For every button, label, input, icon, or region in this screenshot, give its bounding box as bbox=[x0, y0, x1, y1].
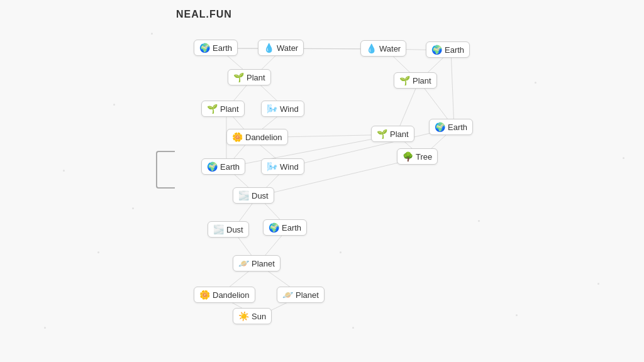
node-label-plant2: Plant bbox=[220, 104, 239, 114]
node-label-planet2: Planet bbox=[296, 290, 319, 300]
node-icon-earth1: 🌍 bbox=[199, 43, 210, 53]
node-icon-water1: 💧 bbox=[264, 43, 274, 53]
node-planet1[interactable]: 🪐Planet bbox=[233, 255, 280, 272]
node-label-dandelion1: Dandelion bbox=[245, 133, 282, 142]
node-label-plant4: Plant bbox=[390, 129, 409, 139]
node-label-earth2: Earth bbox=[220, 162, 240, 172]
bg-dot-1 bbox=[113, 104, 115, 106]
node-dandelion2[interactable]: 🌼Dandelion bbox=[194, 287, 255, 303]
node-icon-plant3: 🌱 bbox=[399, 75, 410, 85]
node-label-earth4: Earth bbox=[445, 45, 464, 55]
node-dandelion1[interactable]: 🌼Dandelion bbox=[226, 129, 288, 145]
node-label-tree1: Tree bbox=[416, 152, 432, 162]
node-icon-earth2: 🌍 bbox=[207, 162, 218, 172]
node-icon-wind1: 🌬️ bbox=[267, 104, 277, 114]
bg-dot-10 bbox=[352, 327, 354, 329]
bg-dot-9 bbox=[516, 314, 518, 316]
node-label-water2: Water bbox=[379, 44, 401, 53]
node-plant2[interactable]: 🌱Plant bbox=[201, 101, 245, 117]
node-label-wind2: Wind bbox=[280, 162, 299, 172]
node-water2[interactable]: 💧Water bbox=[360, 40, 406, 57]
node-icon-planet1: 🪐 bbox=[238, 258, 249, 268]
node-earth2[interactable]: 🌍Earth bbox=[201, 158, 245, 175]
node-wind1[interactable]: 🌬️Wind bbox=[261, 101, 304, 117]
bracket bbox=[156, 151, 175, 189]
node-icon-dust2: 🌫️ bbox=[213, 224, 224, 234]
node-earth4[interactable]: 🌍Earth bbox=[426, 41, 470, 58]
node-label-earth5: Earth bbox=[448, 123, 467, 132]
node-icon-dandelion1: 🌼 bbox=[232, 132, 243, 142]
bg-dot-5 bbox=[340, 251, 341, 253]
node-tree1[interactable]: 🌳Tree bbox=[397, 148, 438, 165]
node-icon-earth3: 🌍 bbox=[269, 222, 279, 233]
site-title: NEAL.FUN bbox=[176, 9, 232, 20]
node-label-plant1: Plant bbox=[247, 73, 265, 82]
connections-layer bbox=[0, 0, 644, 362]
node-water1[interactable]: 💧Water bbox=[258, 40, 304, 56]
node-label-plant3: Plant bbox=[413, 76, 431, 85]
bg-dot-12 bbox=[623, 157, 625, 159]
bg-dot-2 bbox=[97, 251, 99, 253]
node-icon-earth5: 🌍 bbox=[435, 122, 445, 132]
node-icon-dust1: 🌫️ bbox=[238, 190, 249, 200]
node-icon-planet2: 🪐 bbox=[282, 290, 293, 300]
node-label-water1: Water bbox=[277, 43, 298, 53]
bg-dot-11 bbox=[44, 327, 46, 329]
bg-dot-4 bbox=[132, 207, 134, 209]
bg-dot-0 bbox=[151, 33, 153, 35]
node-label-sun1: Sun bbox=[252, 312, 266, 321]
node-icon-sun1: ☀️ bbox=[238, 311, 249, 321]
node-icon-plant4: 🌱 bbox=[377, 129, 387, 139]
node-dust1[interactable]: 🌫️Dust bbox=[233, 187, 274, 204]
bg-dot-3 bbox=[63, 170, 65, 172]
node-dust2[interactable]: 🌫️Dust bbox=[208, 221, 249, 238]
node-icon-dandelion2: 🌼 bbox=[199, 290, 210, 300]
node-label-earth1: Earth bbox=[213, 43, 232, 53]
node-sun1[interactable]: ☀️Sun bbox=[233, 308, 272, 324]
node-planet2[interactable]: 🪐Planet bbox=[277, 287, 325, 303]
node-icon-tree1: 🌳 bbox=[402, 151, 413, 162]
node-icon-plant1: 🌱 bbox=[233, 72, 244, 82]
node-earth3[interactable]: 🌍Earth bbox=[263, 219, 307, 236]
node-earth5[interactable]: 🌍Earth bbox=[429, 119, 473, 135]
bg-dot-6 bbox=[478, 220, 480, 222]
svg-line-28 bbox=[451, 50, 454, 128]
node-plant3[interactable]: 🌱Plant bbox=[394, 72, 437, 89]
node-plant4[interactable]: 🌱Plant bbox=[371, 126, 414, 142]
bg-dot-7 bbox=[535, 82, 536, 84]
node-icon-water2: 💧 bbox=[366, 43, 377, 53]
node-earth1[interactable]: 🌍Earth bbox=[194, 40, 238, 56]
node-icon-earth4: 🌍 bbox=[431, 45, 442, 55]
node-icon-plant2: 🌱 bbox=[207, 104, 218, 114]
node-label-earth3: Earth bbox=[282, 223, 301, 233]
node-label-dust1: Dust bbox=[252, 191, 269, 200]
node-wind2[interactable]: 🌬️Wind bbox=[261, 158, 304, 175]
node-label-dust2: Dust bbox=[226, 225, 243, 234]
node-icon-wind2: 🌬️ bbox=[267, 162, 277, 172]
node-label-wind1: Wind bbox=[280, 104, 299, 114]
node-plant1[interactable]: 🌱Plant bbox=[228, 69, 271, 85]
bg-dot-8 bbox=[597, 283, 599, 285]
node-label-dandelion2: Dandelion bbox=[213, 290, 250, 300]
node-label-planet1: Planet bbox=[252, 259, 275, 268]
